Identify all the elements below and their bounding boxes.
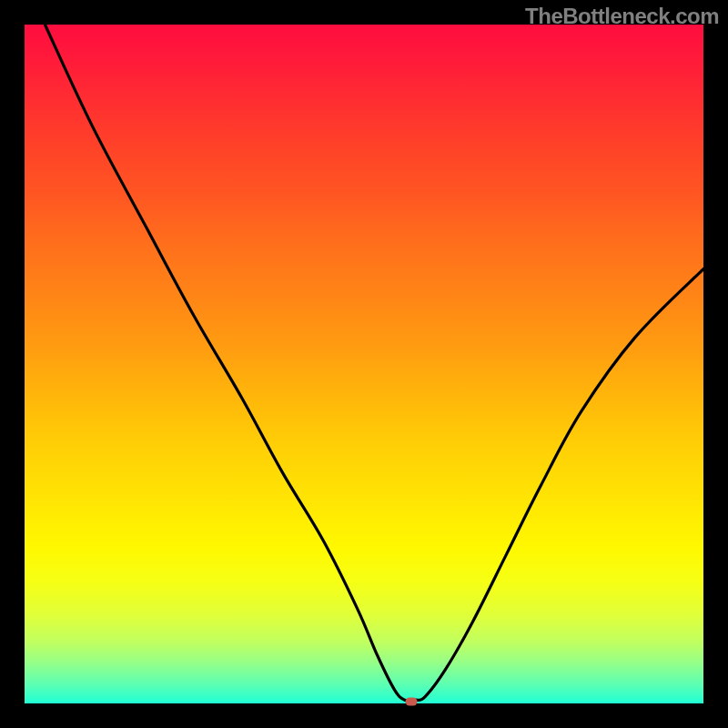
chart-curve-svg (25, 25, 703, 703)
watermark-text: TheBottleneck.com (525, 4, 719, 29)
optimal-point-marker (406, 697, 418, 705)
bottleneck-curve (45, 25, 703, 701)
